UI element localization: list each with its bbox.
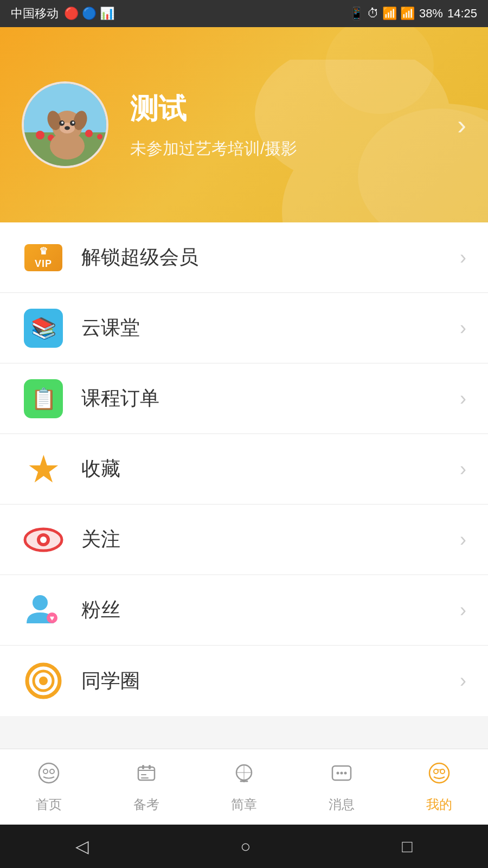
- vip-label: 解锁超级会员: [81, 244, 460, 271]
- svg-point-17: [65, 126, 70, 130]
- mine-nav-icon: [427, 761, 452, 792]
- svg-point-38: [344, 772, 347, 775]
- eye-icon: [23, 526, 64, 554]
- vip-text: VIP: [35, 258, 52, 270]
- course-order-chevron: ›: [460, 387, 466, 410]
- back-button[interactable]: ◁: [75, 836, 89, 857]
- bottom-nav: 首页 备考 简章: [0, 749, 488, 825]
- vip-icon-wrap: ♛ VIP: [22, 236, 65, 279]
- svg-point-40: [434, 769, 438, 774]
- time: 14:25: [447, 7, 477, 21]
- profile-banner[interactable]: 测试 未参加过艺考培训/摄影 ›: [0, 27, 488, 222]
- fans-label: 粉丝: [81, 597, 460, 623]
- home-icon: [36, 761, 61, 786]
- favorite-label: 收藏: [81, 456, 460, 482]
- status-left: 中国移动 🔴 🔵 📊: [11, 5, 114, 22]
- guide-nav-icon: [232, 761, 256, 792]
- menu-list: ♛ VIP 解锁超级会员 › 📚 云课堂 › 📋 课程订单 › ★ 收藏 ›: [0, 222, 488, 716]
- fans-icon-wrap: ♥: [22, 589, 65, 632]
- vip-chevron: ›: [460, 246, 466, 269]
- nav-item-guide[interactable]: 简章: [195, 749, 293, 825]
- svg-point-7: [97, 134, 102, 139]
- social-circle-icon-wrap: [22, 659, 65, 703]
- svg-point-21: [40, 537, 47, 543]
- cloud-class-label: 云课堂: [81, 315, 460, 341]
- menu-item-follow[interactable]: 关注 ›: [0, 505, 488, 575]
- message-icon: [329, 761, 354, 786]
- prep-nav-icon: [134, 761, 159, 792]
- social-circle-icon: [24, 661, 63, 700]
- svg-point-30: [50, 769, 54, 774]
- follow-chevron: ›: [460, 528, 466, 551]
- prep-nav-label: 备考: [133, 796, 159, 813]
- mine-icon: [427, 761, 452, 786]
- cloud-class-icon: 📚: [24, 309, 63, 348]
- follow-label: 关注: [81, 526, 460, 553]
- signal-icons: 📱 ⏱ 📶 📶: [349, 7, 415, 21]
- prep-icon: [134, 761, 159, 786]
- menu-item-fans[interactable]: ♥ 粉丝 ›: [0, 575, 488, 646]
- social-circle-label: 同学圈: [81, 668, 460, 694]
- star-icon: ★: [27, 447, 61, 492]
- message-nav-icon: [329, 761, 354, 792]
- guide-icon: [232, 761, 256, 786]
- svg-point-28: [39, 763, 59, 783]
- home-nav-icon: [36, 761, 61, 792]
- nav-item-home[interactable]: 首页: [0, 749, 98, 825]
- svg-point-15: [61, 122, 63, 124]
- recent-button[interactable]: □: [402, 837, 412, 857]
- system-nav: ◁ ○ □: [0, 825, 488, 868]
- avatar: [22, 81, 108, 168]
- svg-point-39: [429, 763, 449, 783]
- svg-point-36: [337, 772, 339, 775]
- guide-nav-label: 简章: [231, 796, 257, 813]
- home-button[interactable]: ○: [240, 837, 251, 857]
- vip-icon: ♛ VIP: [24, 244, 62, 271]
- svg-rect-33: [149, 765, 151, 769]
- social-circle-chevron: ›: [460, 669, 466, 692]
- favorite-icon-wrap: ★: [22, 448, 65, 491]
- menu-item-vip[interactable]: ♛ VIP 解锁超级会员 ›: [0, 222, 488, 293]
- avatar-image: [24, 84, 108, 168]
- menu-item-course-order[interactable]: 📋 课程订单 ›: [0, 363, 488, 434]
- message-nav-label: 消息: [329, 796, 355, 813]
- status-bar: 中国移动 🔴 🔵 📊 📱 ⏱ 📶 📶 38% 14:25: [0, 0, 488, 27]
- home-nav-label: 首页: [36, 796, 62, 813]
- menu-item-cloud-class[interactable]: 📚 云课堂 ›: [0, 293, 488, 363]
- mine-nav-label: 我的: [426, 796, 452, 813]
- cloud-class-icon-wrap: 📚: [22, 307, 65, 350]
- app-icons: 🔴 🔵 📊: [64, 7, 114, 21]
- follow-icon-wrap: [22, 518, 65, 561]
- course-order-label: 课程订单: [81, 385, 460, 412]
- status-right: 📱 ⏱ 📶 📶 38% 14:25: [349, 7, 477, 21]
- svg-text:♥: ♥: [50, 614, 54, 622]
- fans-icon: ♥: [24, 591, 63, 630]
- carrier: 中国移动: [11, 5, 59, 22]
- svg-point-41: [440, 769, 445, 774]
- svg-point-37: [341, 772, 343, 775]
- svg-rect-32: [142, 765, 144, 769]
- cloud-class-chevron: ›: [460, 317, 466, 340]
- svg-point-27: [39, 676, 48, 685]
- svg-point-16: [72, 122, 74, 124]
- nav-item-prep[interactable]: 备考: [98, 749, 195, 825]
- favorite-chevron: ›: [460, 458, 466, 481]
- crown-symbol: ♛: [39, 245, 48, 257]
- menu-item-social-circle[interactable]: 同学圈 ›: [0, 646, 488, 716]
- course-order-icon: 📋: [24, 379, 63, 418]
- profile-subtitle: 未参加过艺考培训/摄影: [130, 138, 457, 160]
- profile-chevron[interactable]: ›: [457, 109, 466, 141]
- svg-point-29: [43, 769, 48, 774]
- fans-chevron: ›: [460, 599, 466, 622]
- menu-item-favorite[interactable]: ★ 收藏 ›: [0, 434, 488, 505]
- battery: 38%: [419, 7, 443, 21]
- svg-point-6: [85, 130, 93, 137]
- course-order-icon-wrap: 📋: [22, 377, 65, 420]
- nav-item-message[interactable]: 消息: [293, 749, 390, 825]
- nav-item-mine[interactable]: 我的: [390, 749, 488, 825]
- svg-point-22: [33, 595, 48, 610]
- svg-point-4: [36, 131, 44, 139]
